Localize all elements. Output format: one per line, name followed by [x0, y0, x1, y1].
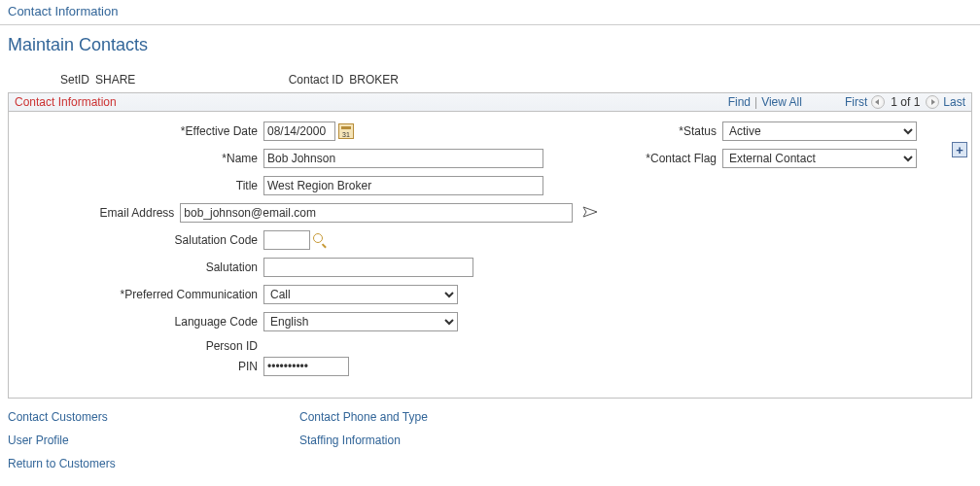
contact-customers-link[interactable]: Contact Customers — [8, 410, 299, 424]
find-link[interactable]: Find — [728, 95, 751, 109]
name-input[interactable] — [263, 149, 543, 168]
effective-date-label: *Effective Date — [15, 124, 263, 138]
add-row-button[interactable]: + — [952, 142, 967, 157]
language-code-label: Language Code — [15, 315, 263, 329]
staffing-info-link[interactable]: Staffing Information — [299, 434, 591, 447]
effective-date-input[interactable] — [263, 122, 335, 141]
contact-info-panel: Contact Information Find | View All Firs… — [8, 92, 972, 399]
salutation-code-label: Salutation Code — [15, 233, 263, 247]
status-label: *Status — [627, 124, 722, 138]
panel-body: *Effective Date *Name Title Email Addres… — [9, 112, 971, 398]
preferred-comm-label: *Preferred Communication — [15, 288, 263, 301]
title-label: Title — [15, 179, 263, 192]
lookup-icon[interactable] — [313, 233, 327, 247]
page-title: Maintain Contacts — [0, 25, 980, 73]
title-input[interactable] — [263, 176, 543, 195]
language-code-select[interactable]: English — [263, 312, 458, 331]
panel-nav: Find | View All First 1 of 1 Last — [728, 95, 965, 109]
panel-title: Contact Information — [15, 95, 117, 109]
salutation-input[interactable] — [263, 258, 473, 277]
send-email-icon[interactable] — [582, 206, 598, 221]
breadcrumb: Contact Information — [0, 0, 980, 25]
contact-flag-select[interactable]: External Contact — [722, 149, 917, 168]
preferred-comm-select[interactable]: Call — [263, 285, 458, 304]
last-link[interactable]: Last — [943, 95, 965, 109]
email-label: Email Address — [15, 206, 180, 220]
user-profile-link[interactable]: User Profile — [8, 434, 299, 447]
contactid-label: Contact ID — [271, 73, 349, 87]
name-label: *Name — [15, 152, 263, 165]
first-link[interactable]: First — [845, 95, 867, 109]
view-all-link[interactable]: View All — [761, 95, 802, 109]
panel-header: Contact Information Find | View All Firs… — [9, 93, 971, 112]
pin-label: PIN — [15, 360, 263, 373]
status-select[interactable]: Active — [722, 122, 917, 141]
salutation-label: Salutation — [15, 260, 263, 274]
position-label: 1 of 1 — [891, 95, 920, 109]
record-header: SetID SHARE Contact ID BROKER — [0, 73, 980, 92]
email-input[interactable] — [180, 203, 573, 223]
next-arrow-icon[interactable] — [926, 95, 939, 109]
calendar-icon[interactable] — [338, 123, 354, 139]
contact-flag-label: *Contact Flag — [627, 152, 722, 165]
person-id-label: Person ID — [15, 339, 263, 353]
setid-label: SetID — [8, 73, 95, 87]
return-to-customers-link[interactable]: Return to Customers — [8, 457, 299, 470]
pin-input[interactable] — [263, 357, 349, 376]
salutation-code-input[interactable] — [263, 230, 310, 250]
setid-value: SHARE — [95, 73, 135, 87]
nav-separator: | — [754, 95, 757, 109]
form-right-column: *Status Active *Contact Flag External Co… — [598, 122, 967, 384]
contact-phone-link[interactable]: Contact Phone and Type — [299, 410, 591, 424]
form-left-column: *Effective Date *Name Title Email Addres… — [15, 122, 598, 384]
prev-arrow-icon[interactable] — [871, 95, 885, 109]
bottom-links: Contact Customers User Profile Return to… — [0, 406, 980, 484]
contactid-value: BROKER — [349, 73, 399, 87]
